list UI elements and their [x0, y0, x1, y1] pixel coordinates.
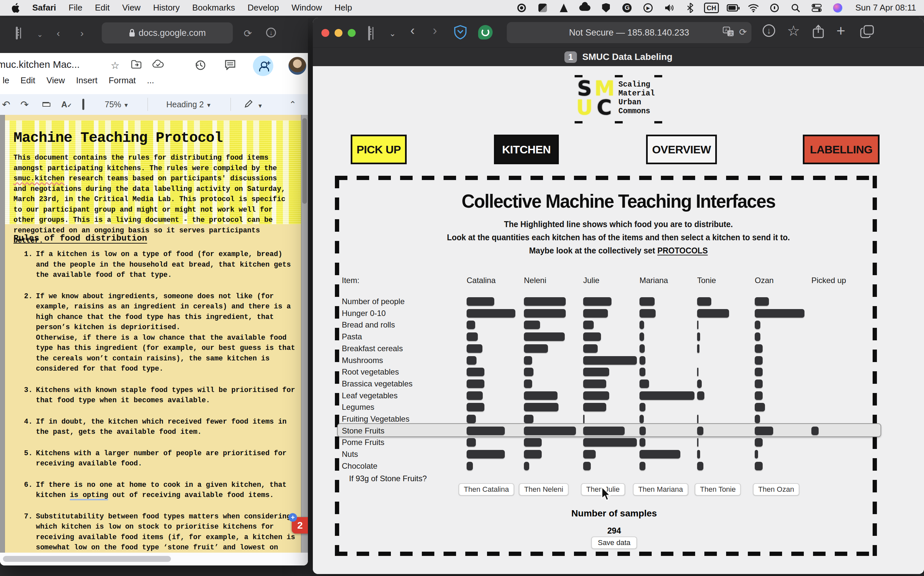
nav-button-pick-up[interactable]: PICK UP — [351, 134, 407, 164]
url-text: Not Secure — 185.88.140.233 — [569, 28, 689, 38]
zoom-select[interactable]: 75% — [105, 100, 128, 109]
downloads-icon[interactable]: ↓ — [763, 24, 775, 37]
docs-menu-view[interactable]: View — [46, 75, 65, 86]
share-button[interactable]: + — [253, 56, 273, 76]
url-field[interactable]: Not Secure — 185.88.140.233 A文 ⟳ — [507, 22, 751, 43]
cloud-saved-icon[interactable] — [152, 59, 164, 71]
reload-icon[interactable]: ⟳ — [739, 27, 747, 39]
g-circle-icon[interactable]: G — [621, 3, 633, 13]
sidebar-icon[interactable] — [368, 27, 370, 40]
play-circle-icon[interactable]: ▶ — [642, 3, 653, 13]
minimize-button[interactable] — [335, 29, 343, 37]
time-machine-icon[interactable] — [769, 3, 780, 13]
volume-icon[interactable] — [663, 3, 675, 13]
bar-breakfast-cereals-julie — [583, 344, 598, 353]
editing-mode-pencil-icon[interactable] — [244, 99, 262, 110]
active-tab-title[interactable]: SMUC Data Labeling — [582, 52, 673, 62]
spotlight-icon[interactable] — [790, 3, 801, 13]
comments-icon[interactable] — [224, 59, 236, 72]
docs-url-field[interactable]: docs.google.com — [102, 22, 233, 43]
menu-item-bookmarks[interactable]: Bookmarks — [192, 3, 235, 13]
then-button-tonie[interactable]: Then Tonie — [695, 483, 741, 496]
chevron-down-icon[interactable]: ⌄ — [37, 30, 43, 39]
siri-icon[interactable] — [832, 3, 843, 13]
apple-icon[interactable] — [11, 3, 20, 13]
bar-nuts-mariana — [639, 450, 680, 459]
account-avatar[interactable] — [288, 57, 306, 75]
cloud-icon[interactable] — [579, 3, 591, 13]
vlc-cone-icon[interactable] — [558, 3, 569, 13]
bar-chocolate-neleni — [524, 462, 529, 470]
menu-item-edit[interactable]: Edit — [95, 3, 110, 13]
menu-item-develop[interactable]: Develop — [248, 3, 279, 13]
docs-horizontal-scrollbar[interactable] — [0, 553, 308, 565]
forward-icon[interactable]: › — [80, 28, 84, 39]
protocols-link[interactable]: PROTOCOLS — [657, 246, 708, 255]
control-center-icon[interactable] — [811, 3, 822, 13]
grammarly-icon[interactable] — [478, 25, 493, 40]
record-icon[interactable] — [516, 3, 527, 13]
nav-button-overview[interactable]: OVERVIEW — [646, 134, 717, 164]
then-button-mariana[interactable]: Then Mariana — [633, 483, 688, 496]
bookmarks-star-icon[interactable]: ☆ — [787, 22, 800, 39]
menu-item-window[interactable]: Window — [291, 3, 322, 13]
menu-item-help[interactable]: Help — [335, 3, 352, 13]
pocket-shield-icon[interactable] — [454, 25, 467, 42]
menu-bar-clock[interactable]: Sun 7 Apr 08:11 — [855, 3, 916, 13]
move-folder-icon[interactable] — [131, 59, 142, 71]
wifi-icon[interactable] — [748, 3, 759, 13]
undo-icon[interactable]: ↶ — [2, 99, 10, 110]
save-data-button[interactable]: Save data — [591, 536, 637, 549]
back-icon[interactable]: ‹ — [410, 23, 415, 38]
paint-format-icon[interactable] — [82, 100, 84, 109]
docs-menu-[interactable]: ... — [147, 75, 154, 86]
then-button-neleni[interactable]: Then Neleni — [519, 483, 569, 496]
row-label-number-of-people: Number of people — [342, 296, 405, 307]
tab-overview-icon[interactable] — [860, 25, 874, 41]
collapse-toolbar-icon[interactable]: ⌃ — [289, 99, 296, 110]
rule-item-6: 6.If there is no one at home to cook in … — [13, 480, 297, 501]
bar-pome-fruits-mariana — [639, 438, 645, 446]
menu-item-file[interactable]: File — [69, 3, 82, 13]
bar-breakfast-cereals-ozan — [755, 344, 763, 353]
then-button-catalina[interactable]: Then Catalina — [459, 483, 514, 496]
then-button-ozan[interactable]: Then Ozan — [753, 483, 799, 496]
menu-item-safari[interactable]: Safari — [32, 3, 56, 13]
screen-shape-icon[interactable] — [537, 3, 548, 13]
docs-menu-insert[interactable]: Insert — [76, 75, 98, 86]
notification-badge[interactable]: 2+ — [292, 517, 308, 534]
close-button[interactable] — [321, 29, 329, 37]
chevron-down-icon[interactable]: ⌄ — [389, 29, 396, 38]
new-tab-icon[interactable]: + — [836, 22, 845, 40]
redo-icon[interactable]: ↷ — [21, 99, 29, 110]
translate-icon[interactable]: A文 — [723, 27, 734, 39]
column-header-catalina: Catalina — [467, 276, 496, 285]
bar-pome-fruits-tonie — [697, 438, 698, 446]
document-page[interactable]: Machine Teaching Protocol This document … — [5, 115, 301, 553]
docs-vertical-scrollbar[interactable] — [301, 115, 308, 553]
nav-button-kitchen[interactable]: KITCHEN — [494, 134, 559, 164]
doc-title[interactable]: muc.kitchen Mac... — [0, 59, 80, 70]
zoom-button[interactable] — [348, 29, 356, 37]
back-icon[interactable]: ‹ — [57, 28, 60, 39]
sidebar-icon[interactable] — [16, 28, 18, 39]
menu-item-view[interactable]: View — [122, 3, 141, 13]
share-icon[interactable] — [812, 24, 825, 42]
docs-menu-edit[interactable]: Edit — [21, 75, 35, 86]
docs-menu-format[interactable]: Format — [109, 75, 136, 86]
spellcheck-icon[interactable]: A✓ — [61, 100, 72, 109]
menu-item-history[interactable]: History — [153, 3, 180, 13]
bluetooth-icon[interactable] — [685, 3, 696, 13]
shield-check-icon[interactable] — [600, 3, 612, 13]
nav-button-labelling[interactable]: LABELLING — [803, 134, 879, 164]
battery-icon[interactable] — [727, 3, 738, 13]
bar-pome-fruits-neleni — [524, 438, 542, 446]
star-icon[interactable]: ☆ — [110, 59, 120, 71]
download-circle-icon[interactable]: ↓ — [266, 28, 276, 37]
paragraph-style-select[interactable]: Heading 2 — [166, 100, 210, 109]
forward-icon[interactable]: › — [433, 23, 437, 38]
input-source-badge[interactable]: CH — [706, 3, 717, 13]
reload-icon[interactable]: ⟳ — [244, 28, 252, 39]
version-history-icon[interactable] — [195, 59, 206, 73]
docs-menu-le[interactable]: le — [3, 75, 9, 86]
